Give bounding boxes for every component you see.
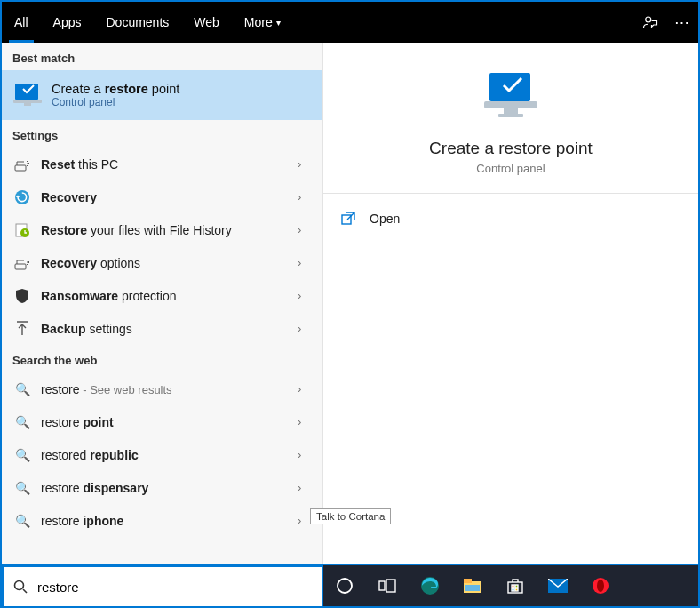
result-label: restore point [32, 415, 298, 429]
recovery-options-icon [12, 256, 32, 270]
web-result[interactable]: 🔍 restore point › [2, 405, 322, 438]
chevron-right-icon: › [298, 382, 312, 396]
svg-rect-8 [15, 264, 26, 269]
result-recovery-options[interactable]: Recovery options › [2, 246, 322, 279]
feedback-icon[interactable] [642, 14, 658, 30]
section-best-match: Best match [2, 43, 322, 70]
svg-rect-17 [386, 580, 395, 592]
search-window: All Apps Documents Web More▾ ⋯ Best matc… [0, 0, 700, 608]
shield-icon [12, 288, 32, 304]
tab-apps[interactable]: Apps [41, 2, 94, 43]
best-match-result[interactable]: Create a restore point Control panel [2, 70, 322, 120]
chevron-right-icon: › [298, 256, 312, 269]
chevron-right-icon: › [298, 289, 312, 302]
preview-header: Create a restore point Control panel [323, 43, 698, 194]
reset-pc-icon [12, 157, 32, 172]
result-label: restore iphone [32, 514, 298, 528]
taskbar-cortana[interactable] [323, 565, 366, 606]
taskbar-explorer[interactable] [451, 565, 494, 606]
result-recovery[interactable]: Recovery › [2, 180, 322, 213]
result-label: restore dispensary [32, 481, 298, 495]
svg-rect-4 [15, 165, 26, 171]
svg-rect-2 [13, 100, 42, 103]
result-backup[interactable]: Backup settings › [2, 312, 322, 345]
svg-rect-12 [498, 114, 523, 117]
tab-more-label: More [244, 15, 273, 29]
chevron-right-icon: › [298, 223, 312, 236]
web-result[interactable]: 🔍 restore iphone › [2, 504, 322, 537]
taskbar-store[interactable] [494, 565, 537, 606]
chevron-right-icon: › [298, 322, 312, 335]
search-icon: 🔍 [12, 481, 32, 495]
open-action[interactable]: Open [341, 203, 680, 235]
taskbar-edge[interactable] [409, 565, 451, 606]
svg-rect-10 [484, 101, 537, 108]
result-file-history[interactable]: Restore your files with File History › [2, 213, 322, 246]
search-icon [4, 580, 37, 594]
svg-rect-3 [24, 103, 31, 106]
caret-down-icon: ▾ [276, 18, 281, 28]
bottom-bar [2, 564, 698, 606]
search-icon: 🔍 [12, 448, 32, 462]
result-label: restored republic [32, 448, 298, 462]
web-result[interactable]: 🔍 restore dispensary › [2, 471, 322, 504]
taskbar-mail[interactable] [537, 565, 579, 606]
best-match-subtitle: Control panel [52, 96, 179, 108]
monitor-restore-icon [12, 80, 43, 110]
chevron-right-icon: › [298, 481, 312, 494]
taskbar-opera[interactable] [579, 565, 622, 606]
recovery-icon [12, 189, 32, 205]
taskbar-task-view[interactable] [366, 565, 409, 606]
svg-rect-16 [379, 581, 385, 590]
result-label: Recovery options [32, 256, 298, 270]
result-label: Ransomware protection [32, 289, 298, 303]
tab-more[interactable]: More▾ [232, 2, 293, 43]
chevron-right-icon: › [298, 415, 312, 428]
more-options-icon[interactable]: ⋯ [674, 13, 689, 32]
preview-pane: Create a restore point Control panel Ope… [323, 43, 698, 564]
chevron-right-icon: › [298, 448, 312, 461]
web-result[interactable]: 🔍 restore - See web results › [2, 372, 322, 405]
svg-rect-24 [515, 585, 518, 588]
svg-rect-11 [504, 108, 518, 114]
chevron-right-icon: › [298, 190, 312, 204]
section-web: Search the web [2, 345, 322, 372]
search-icon: 🔍 [12, 415, 32, 429]
svg-rect-13 [342, 215, 351, 224]
tooltip: Talk to Cortana [310, 508, 391, 524]
filter-tabbar: All Apps Documents Web More▾ ⋯ [2, 2, 698, 43]
svg-rect-23 [512, 585, 514, 588]
search-input[interactable] [37, 580, 322, 595]
svg-rect-9 [489, 73, 530, 101]
best-match-title: Create a restore point [52, 82, 179, 96]
search-icon: 🔍 [12, 514, 32, 528]
results-pane: Best match Create a restore point Contro… [2, 43, 323, 564]
svg-rect-20 [464, 579, 472, 583]
content: Best match Create a restore point Contro… [2, 43, 698, 564]
result-label: Recovery [32, 190, 298, 204]
section-settings: Settings [2, 120, 322, 148]
open-label: Open [370, 212, 400, 226]
tab-documents[interactable]: Documents [93, 2, 181, 43]
tab-all[interactable]: All [2, 2, 41, 43]
result-ransomware[interactable]: Ransomware protection › [2, 279, 322, 312]
svg-point-14 [15, 581, 24, 590]
taskbar [323, 565, 698, 606]
result-label: Restore your files with File History [32, 223, 298, 237]
svg-rect-26 [515, 588, 518, 591]
result-label: Backup settings [32, 322, 298, 336]
chevron-right-icon: › [298, 157, 312, 171]
preview-title: Create a restore point [429, 139, 593, 158]
search-box[interactable] [2, 565, 323, 606]
web-result[interactable]: 🔍 restored republic › [2, 438, 322, 471]
file-history-icon [12, 222, 32, 238]
result-label: restore - See web results [32, 382, 298, 396]
svg-rect-25 [512, 588, 514, 591]
preview-subtitle: Control panel [476, 162, 545, 175]
tab-web[interactable]: Web [181, 2, 232, 43]
svg-point-29 [597, 580, 604, 592]
result-reset-pc[interactable]: Reset this PC › [2, 148, 322, 180]
backup-icon [12, 321, 32, 337]
svg-point-15 [338, 579, 352, 593]
open-icon [341, 212, 357, 226]
